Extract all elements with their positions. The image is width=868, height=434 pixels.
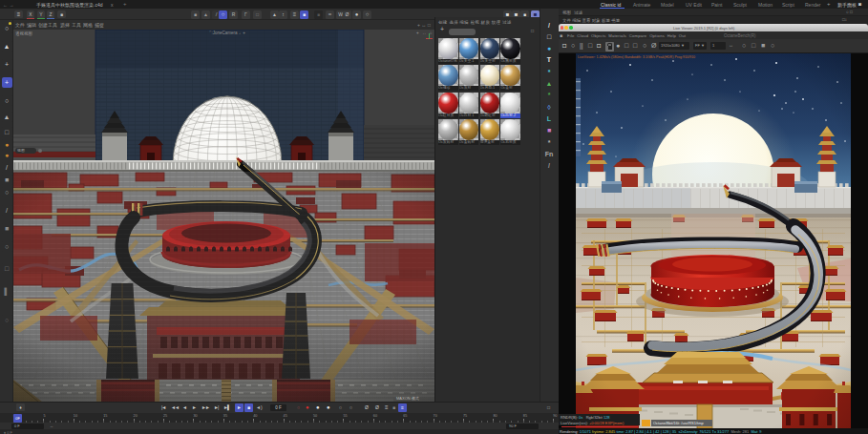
svg-text:LiveViewer: 1.42Ms/s (580ms) B: LiveViewer: 1.42Ms/s (580ms) Bandwidth: …	[578, 55, 695, 59]
